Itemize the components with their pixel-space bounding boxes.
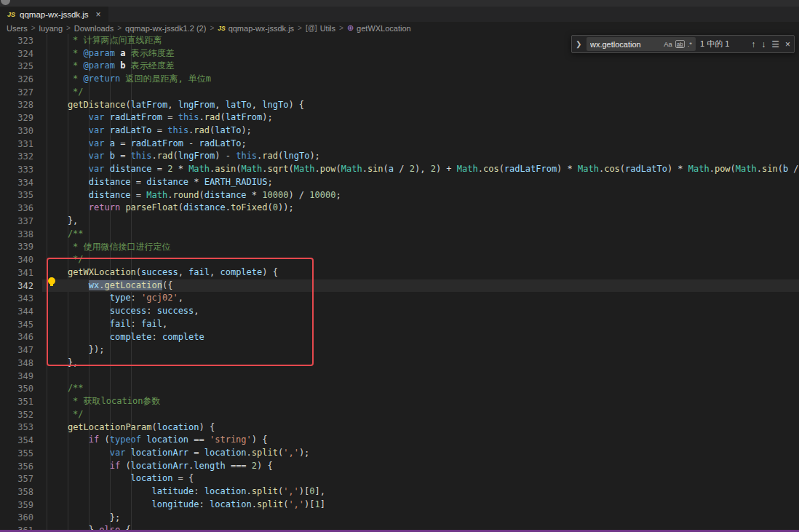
line-number[interactable]: 330 — [0, 126, 33, 136]
breadcrumb-item[interactable]: qqmap-wx-jssdk1.2 (2) — [125, 24, 206, 33]
find-previous-icon[interactable]: ↑ — [751, 39, 755, 49]
line-number[interactable]: 341 — [0, 268, 33, 278]
code-text[interactable]: latitude: location.split(',')[0], — [47, 485, 325, 499]
code-line[interactable]: 351 * 获取location参数 — [0, 395, 799, 408]
code-text[interactable]: var a = radLatFrom - radLatTo; — [47, 138, 247, 151]
code-text[interactable]: }, — [47, 215, 78, 228]
line-number[interactable]: 349 — [0, 371, 33, 381]
code-text[interactable]: if (typeof location == 'string') { — [47, 434, 267, 447]
regex-icon[interactable]: .* — [688, 40, 692, 48]
code-line[interactable]: 328 getDistance(latFrom, lngFrom, latTo,… — [0, 99, 799, 112]
code-text[interactable]: */ — [47, 408, 84, 421]
code-line[interactable]: 350 /** — [0, 382, 799, 395]
code-text[interactable]: var radLatTo = this.rad(latTo); — [47, 124, 252, 138]
line-number[interactable]: 335 — [0, 190, 33, 200]
line-number[interactable]: 357 — [0, 474, 33, 484]
line-number[interactable]: 331 — [0, 139, 33, 149]
code-text[interactable]: /** — [47, 228, 84, 241]
line-number[interactable]: 329 — [0, 113, 33, 123]
code-line[interactable]: 333 var distance = 2 * Math.asin(Math.sq… — [0, 163, 799, 176]
breadcrumb-item[interactable]: JSqqmap-wx-jssdk.js — [218, 24, 294, 33]
code-line[interactable]: 356 if (locationArr.length === 2) { — [0, 460, 799, 473]
find-in-selection-icon[interactable]: ☰ — [771, 39, 779, 49]
code-text[interactable]: var locationArr = location.split(','); — [47, 447, 309, 460]
code-line[interactable]: 354 if (typeof location == 'string') { — [0, 434, 799, 447]
code-text[interactable]: * 计算两点间直线距离 — [47, 34, 162, 47]
code-line[interactable]: 360 }; — [0, 512, 799, 525]
code-text[interactable]: }; — [47, 512, 120, 525]
code-text[interactable]: */ — [47, 86, 84, 99]
line-number[interactable]: 339 — [0, 242, 33, 252]
code-text[interactable]: /** — [47, 382, 84, 395]
code-line[interactable]: 329 var radLatFrom = this.rad(latFrom); — [0, 111, 799, 124]
code-line[interactable]: 327 */ — [0, 86, 799, 99]
code-line[interactable]: 335 distance = Math.round(distance * 100… — [0, 189, 799, 202]
line-number[interactable]: 356 — [0, 461, 33, 472]
code-line[interactable]: 337 }, — [0, 215, 799, 228]
window-control-button[interactable] — [1, 0, 10, 5]
code-text[interactable]: distance = distance * EARTH_RADIUS; — [47, 176, 273, 189]
code-line[interactable]: 332 var b = this.rad(lngFrom) - this.rad… — [0, 150, 799, 163]
find-expand-chevron-icon[interactable]: ❯ — [576, 40, 582, 48]
line-number[interactable]: 332 — [0, 151, 33, 162]
line-number[interactable]: 354 — [0, 435, 33, 445]
code-text[interactable]: getDistance(latFrom, lngFrom, latTo, lng… — [47, 99, 304, 112]
code-text[interactable]: getLocationParam(location) { — [47, 421, 215, 434]
line-number[interactable]: 324 — [0, 49, 33, 59]
code-line[interactable]: 357 location = { — [0, 472, 799, 485]
code-line[interactable]: 325 * @param b 表示经度差 — [0, 60, 799, 73]
line-number[interactable]: 353 — [0, 422, 33, 432]
match-case-icon[interactable]: Aa — [664, 40, 672, 48]
line-number[interactable]: 342 — [0, 281, 33, 291]
line-number[interactable]: 345 — [0, 319, 33, 330]
code-line[interactable]: 359 longitude: location.split(',')[1] — [0, 499, 799, 512]
line-number[interactable]: 350 — [0, 384, 33, 394]
line-number[interactable]: 338 — [0, 229, 33, 239]
line-number[interactable]: 336 — [0, 203, 33, 213]
code-line[interactable]: 339 * 使用微信接口进行定位 — [0, 241, 799, 254]
code-line[interactable]: 331 var a = radLatFrom - radLatTo; — [0, 138, 799, 151]
line-number[interactable]: 358 — [0, 487, 33, 497]
code-text[interactable]: * 获取location参数 — [47, 395, 160, 408]
whole-word-icon[interactable]: ab — [675, 40, 685, 48]
line-number[interactable]: 325 — [0, 61, 33, 71]
line-number[interactable]: 327 — [0, 87, 33, 98]
breadcrumb-item[interactable]: Users — [7, 24, 28, 33]
line-number[interactable]: 343 — [0, 293, 33, 303]
find-query-text[interactable]: wx.getlocation — [590, 40, 661, 49]
line-number[interactable]: 359 — [0, 500, 33, 510]
breadcrumb-item[interactable]: ⊕getWXLocation — [347, 23, 411, 33]
line-number[interactable]: 352 — [0, 410, 33, 420]
find-next-icon[interactable]: ↓ — [761, 39, 766, 49]
find-input[interactable]: wx.getlocation Aa ab .* — [587, 37, 696, 51]
line-number[interactable]: 347 — [0, 345, 33, 355]
line-number[interactable]: 344 — [0, 306, 33, 317]
code-line[interactable]: 330 var radLatTo = this.rad(latTo); — [0, 124, 799, 138]
code-text[interactable]: longitude: location.split(',')[1] — [47, 499, 325, 512]
code-text[interactable]: var b = this.rad(lngFrom) - this.rad(lng… — [47, 150, 320, 163]
breadcrumb-item[interactable]: Downloads — [74, 24, 114, 33]
code-text[interactable]: * @param b 表示经度差 — [47, 60, 175, 73]
breadcrumb-item[interactable]: luyang — [39, 24, 63, 33]
code-text[interactable]: var distance = 2 * Math.asin(Math.sqrt(M… — [47, 163, 799, 176]
line-number[interactable]: 334 — [0, 178, 33, 188]
code-line[interactable]: 358 latitude: location.split(',')[0], — [0, 485, 799, 499]
line-number[interactable]: 333 — [0, 164, 33, 175]
code-line[interactable]: 334 distance = distance * EARTH_RADIUS; — [0, 176, 799, 189]
code-line[interactable]: 355 var locationArr = location.split(','… — [0, 447, 799, 460]
line-number[interactable]: 355 — [0, 448, 33, 458]
code-text[interactable]: distance = Math.round(distance * 10000) … — [47, 189, 341, 202]
line-number[interactable]: 323 — [0, 36, 33, 46]
code-editor[interactable]: 323 * 计算两点间直线距离324 * @param a 表示纬度差325 *… — [0, 34, 799, 532]
tab-close-icon[interactable]: × — [96, 9, 101, 20]
code-line[interactable]: 352 */ — [0, 408, 799, 421]
breadcrumb-item[interactable]: [@]Utils — [306, 24, 335, 33]
line-number[interactable]: 340 — [0, 255, 33, 265]
code-line[interactable]: 349 — [0, 370, 799, 383]
find-close-icon[interactable]: × — [785, 39, 790, 49]
code-text[interactable]: return parseFloat(distance.toFixed(0)); — [47, 202, 294, 215]
code-line[interactable]: 326 * @return 返回的是距离, 单位m — [0, 73, 799, 86]
tab-qqmap-wx-jssdk[interactable]: JS qqmap-wx-jssdk.js × — [0, 7, 108, 22]
code-text[interactable]: var radLatFrom = this.rad(latFrom); — [47, 111, 273, 124]
line-number[interactable]: 326 — [0, 74, 33, 84]
